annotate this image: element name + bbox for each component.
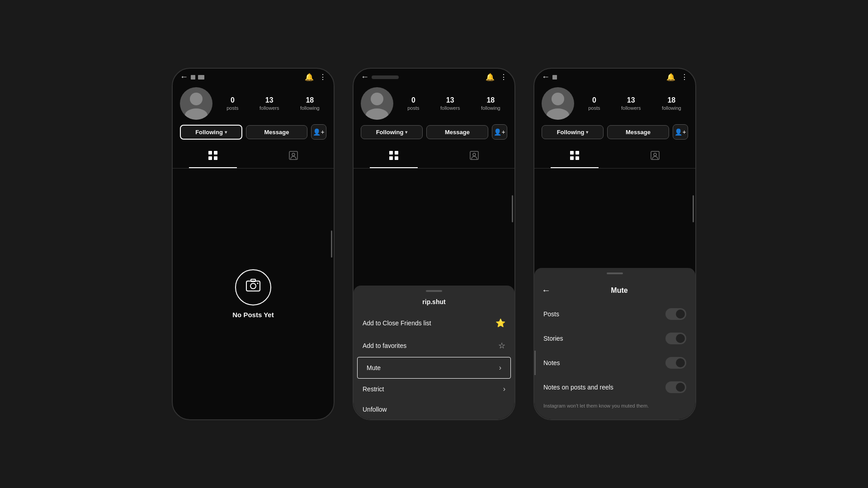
stat-followers-2[interactable]: 13 followers <box>440 96 460 111</box>
no-posts-label-1: No Posts Yet <box>232 311 274 319</box>
following-button-2[interactable]: Following ▾ <box>361 125 423 139</box>
message-button-1[interactable]: Message <box>246 125 307 139</box>
no-posts-1: No Posts Yet <box>232 269 274 319</box>
tab-tagged-1[interactable] <box>253 145 334 168</box>
svg-point-21 <box>654 153 656 156</box>
tabs-1 <box>173 145 334 169</box>
profile-top-1: 0 posts 13 followers 18 following <box>180 87 326 120</box>
posts-label-3: posts <box>588 105 600 111</box>
bell-icon-3[interactable]: 🔔 <box>666 73 675 81</box>
following-count-1: 18 <box>306 96 314 104</box>
following-chevron-3: ▾ <box>586 130 588 135</box>
stat-posts-1[interactable]: 0 posts <box>226 96 238 111</box>
following-count-3: 18 <box>667 96 675 104</box>
avatar-body-1 <box>185 108 208 120</box>
action-buttons-1: Following ▾ Message 👤+ <box>180 124 326 140</box>
close-friends-label: Add to Close Friends list <box>363 319 431 327</box>
followers-label-2: followers <box>440 105 460 111</box>
stat-following-1[interactable]: 18 following <box>300 96 320 111</box>
following-label-1: following <box>300 105 320 111</box>
status-bar-left-2: ← <box>361 72 399 82</box>
tab-grid-2[interactable] <box>354 145 434 168</box>
add-person-button-3[interactable]: 👤+ <box>673 124 688 140</box>
menu-icon-2[interactable]: ⋮ <box>500 73 507 81</box>
phone-3: ← 🔔 ⋮ 0 posts 13 followers <box>533 68 696 420</box>
avatar-head-3 <box>552 93 564 105</box>
svg-rect-16 <box>570 151 574 155</box>
profile-section-1: 0 posts 13 followers 18 following Follow… <box>173 84 334 145</box>
mute-back-button[interactable]: ← <box>542 285 551 296</box>
tab-grid-3[interactable] <box>534 145 615 168</box>
back-arrow-icon-3[interactable]: ← <box>542 72 550 82</box>
stat-posts-2[interactable]: 0 posts <box>407 96 419 111</box>
sheet-item-restrict[interactable]: Restrict › <box>354 379 514 399</box>
back-arrow-icon-1[interactable]: ← <box>180 72 188 82</box>
sheet-item-mute[interactable]: Mute › <box>357 357 511 379</box>
close-friends-icon: ⭐ <box>495 318 505 328</box>
sheet-item-close-friends[interactable]: Add to Close Friends list ⭐ <box>354 312 514 334</box>
stat-following-3[interactable]: 18 following <box>662 96 681 111</box>
status-bar-right-2: 🔔 ⋮ <box>486 73 507 81</box>
mute-label: Mute <box>367 364 381 371</box>
profile-top-3: 0 posts 13 followers 18 following <box>542 87 688 120</box>
following-chevron-1: ▾ <box>225 130 227 135</box>
following-button-label-3: Following <box>557 129 585 136</box>
mute-notes-posts-toggle[interactable] <box>665 381 686 393</box>
message-button-label-2: Message <box>445 129 470 136</box>
add-person-button-2[interactable]: 👤+ <box>492 124 507 140</box>
stat-followers-1[interactable]: 13 followers <box>259 96 279 111</box>
svg-rect-0 <box>208 151 212 155</box>
stats-row-2: 0 posts 13 followers 18 following <box>401 96 507 111</box>
following-count-2: 18 <box>486 96 495 104</box>
mute-row-notes-posts: Notes on posts and reels <box>534 375 695 399</box>
stats-row-3: 0 posts 13 followers 18 following <box>581 96 688 111</box>
message-button-2[interactable]: Message <box>426 125 488 139</box>
favorites-icon: ☆ <box>498 341 505 351</box>
followers-label-3: followers <box>621 105 641 111</box>
stat-following-2[interactable]: 18 following <box>481 96 500 111</box>
menu-icon-1[interactable]: ⋮ <box>319 73 326 81</box>
svg-rect-1 <box>214 151 217 155</box>
tabs-2 <box>354 145 514 169</box>
bell-icon-2[interactable]: 🔔 <box>486 73 495 81</box>
person-tag-icon-1 <box>288 150 298 163</box>
stat-posts-3[interactable]: 0 posts <box>588 96 600 111</box>
following-button-1[interactable]: Following ▾ <box>180 125 242 140</box>
sheet-item-unfollow[interactable]: Unfollow <box>354 399 514 419</box>
message-button-label-1: Message <box>264 129 289 136</box>
tab-tagged-3[interactable] <box>615 145 695 168</box>
posts-count-1: 0 <box>231 96 235 104</box>
svg-rect-12 <box>389 156 393 160</box>
tab-tagged-2[interactable] <box>434 145 514 168</box>
mute-posts-toggle[interactable] <box>665 308 686 320</box>
add-person-button-1[interactable]: 👤+ <box>311 124 326 140</box>
profile-section-2: 0 posts 13 followers 18 following Follow… <box>354 84 514 145</box>
following-button-label-2: Following <box>376 129 404 136</box>
avatar-3 <box>542 87 574 120</box>
profile-section-3: 0 posts 13 followers 18 following Follow… <box>534 84 695 145</box>
add-person-icon-3: 👤+ <box>675 128 686 136</box>
sheet-item-favorites[interactable]: Add to favorites ☆ <box>354 334 514 357</box>
tab-grid-1[interactable] <box>173 145 253 168</box>
following-button-3[interactable]: Following ▾ <box>542 125 604 139</box>
svg-rect-18 <box>570 156 574 160</box>
svg-rect-13 <box>395 156 398 160</box>
bottom-sheet-2: rip.shut Add to Close Friends list ⭐ Add… <box>354 286 514 419</box>
posts-count-2: 0 <box>411 96 415 104</box>
mute-panel-3: ← Mute Posts Stories Notes Notes on post… <box>534 268 695 419</box>
restrict-chevron-icon: › <box>503 385 505 393</box>
bell-icon-1[interactable]: 🔔 <box>305 73 314 81</box>
avatar-2 <box>361 87 393 120</box>
menu-icon-3[interactable]: ⋮ <box>681 73 688 81</box>
svg-rect-3 <box>214 156 217 160</box>
mute-stories-toggle[interactable] <box>665 333 686 344</box>
avatar-body-2 <box>366 108 388 120</box>
status-bar-left-1: ← <box>180 72 204 82</box>
back-arrow-icon-2[interactable]: ← <box>361 72 369 82</box>
avatar-1 <box>180 87 212 120</box>
followers-label-1: followers <box>259 105 279 111</box>
mute-notes-toggle[interactable] <box>665 357 686 369</box>
message-button-3[interactable]: Message <box>607 125 669 139</box>
svg-rect-8 <box>251 279 255 282</box>
stat-followers-3[interactable]: 13 followers <box>621 96 641 111</box>
